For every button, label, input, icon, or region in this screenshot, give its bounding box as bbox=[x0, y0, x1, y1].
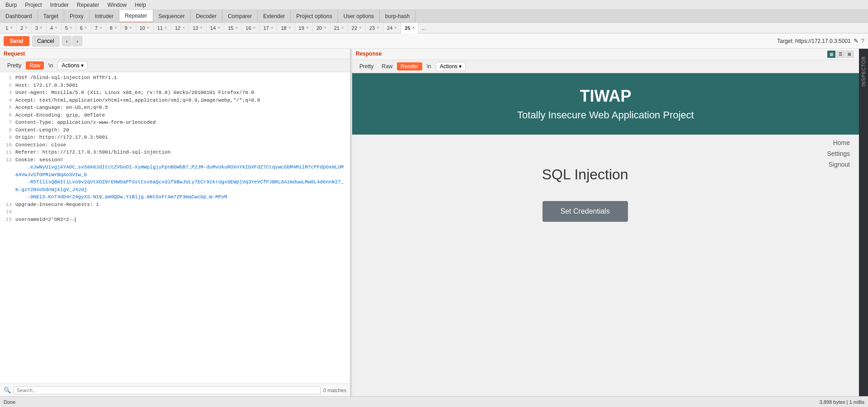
close-tab-11[interactable]: × bbox=[165, 25, 167, 30]
num-tab-25[interactable]: 25× bbox=[401, 23, 419, 33]
response-tab-render[interactable]: Render bbox=[397, 62, 422, 70]
num-tab-14[interactable]: 14× bbox=[207, 23, 224, 33]
close-tab-10[interactable]: × bbox=[147, 25, 150, 30]
num-tab-24[interactable]: 24× bbox=[383, 23, 401, 33]
close-tab-16[interactable]: × bbox=[253, 25, 256, 30]
tab-intruder[interactable]: Intruder bbox=[90, 10, 119, 23]
rendered-nav-home[interactable]: Home bbox=[833, 139, 850, 146]
cancel-button[interactable]: Cancel bbox=[32, 36, 59, 47]
num-tab-7[interactable]: 7× bbox=[91, 23, 106, 33]
close-tab-17[interactable]: × bbox=[271, 25, 274, 30]
response-actions-button[interactable]: Actions ▾ bbox=[436, 62, 466, 71]
close-tab-18[interactable]: × bbox=[288, 25, 291, 30]
rendered-nav-signout[interactable]: Signout bbox=[829, 161, 850, 168]
num-tab-21[interactable]: 21× bbox=[330, 23, 348, 33]
set-credentials-button[interactable]: Set Credentials bbox=[542, 201, 628, 222]
request-actions-button[interactable]: Actions ▾ bbox=[57, 61, 87, 70]
view-toggle-grid[interactable]: ⊞ bbox=[845, 51, 854, 58]
close-tab-8[interactable]: × bbox=[114, 25, 117, 30]
close-tab-7[interactable]: × bbox=[99, 25, 102, 30]
prev-request-button[interactable]: ‹ bbox=[62, 36, 72, 46]
num-tab-5[interactable]: 5× bbox=[61, 23, 76, 33]
help-icon[interactable]: ? bbox=[861, 37, 864, 44]
tab-burp-hash[interactable]: burp-hash bbox=[380, 10, 415, 23]
rendered-nav-settings[interactable]: Settings bbox=[827, 150, 850, 157]
num-tab-17[interactable]: 17× bbox=[259, 23, 277, 33]
tab-dashboard[interactable]: Dashboard bbox=[0, 10, 38, 23]
tab-sequencer[interactable]: Sequencer bbox=[153, 10, 191, 23]
more-tabs-button[interactable]: ... bbox=[419, 24, 429, 32]
line-number: 11 bbox=[4, 149, 12, 156]
menu-help[interactable]: Help bbox=[131, 1, 150, 9]
request-line: 10Connection: close bbox=[4, 141, 346, 149]
close-tab-19[interactable]: × bbox=[306, 25, 309, 30]
close-tab-13[interactable]: × bbox=[200, 25, 203, 30]
close-tab-9[interactable]: × bbox=[129, 25, 132, 30]
request-line: 14 bbox=[4, 208, 346, 216]
close-tab-4[interactable]: × bbox=[55, 25, 57, 30]
tab-comparer[interactable]: Comparer bbox=[222, 10, 258, 23]
menu-burp[interactable]: Burp bbox=[2, 1, 20, 9]
line-text: -9NEiS-KnT4dD4r24gyXS-NI9_am9QDw.YiBijg.… bbox=[15, 193, 346, 201]
num-tab-8[interactable]: 8× bbox=[106, 23, 121, 33]
num-tab-2[interactable]: 2× bbox=[17, 23, 32, 33]
response-tab-raw[interactable]: Raw bbox=[378, 62, 396, 70]
response-tab-pretty[interactable]: Pretty bbox=[356, 62, 377, 70]
close-tab-24[interactable]: × bbox=[394, 25, 397, 30]
num-tab-3[interactable]: 3× bbox=[32, 23, 47, 33]
view-toggle-list[interactable]: ☰ bbox=[836, 51, 844, 58]
menu-repeater[interactable]: Repeater bbox=[73, 1, 103, 9]
line-text: -R5TlllsQBmIt1Lvo9v2qVtXOZ9rEHWOaPfSstCs… bbox=[15, 178, 346, 193]
num-tab-1[interactable]: 1× bbox=[2, 23, 17, 33]
close-tab-1[interactable]: × bbox=[10, 25, 13, 30]
response-tab-newline[interactable]: \n bbox=[423, 62, 435, 70]
num-tab-19[interactable]: 19× bbox=[295, 23, 313, 33]
edit-target-icon[interactable]: ✎ bbox=[854, 37, 859, 44]
menu-window[interactable]: Window bbox=[104, 1, 130, 9]
line-text: Accept: text/html,application/xhtml+xml,… bbox=[15, 97, 346, 104]
close-tab-25[interactable]: × bbox=[412, 25, 415, 30]
request-actions-label: Actions bbox=[61, 62, 79, 69]
num-tab-10[interactable]: 10× bbox=[136, 23, 154, 33]
close-tab-3[interactable]: × bbox=[40, 25, 42, 30]
close-tab-2[interactable]: × bbox=[25, 25, 28, 30]
request-tab-newline[interactable]: \n bbox=[45, 61, 57, 70]
close-tab-23[interactable]: × bbox=[377, 25, 379, 30]
tab-decoder[interactable]: Decoder bbox=[191, 10, 222, 23]
close-tab-12[interactable]: × bbox=[182, 25, 185, 30]
num-tab-9[interactable]: 9× bbox=[121, 23, 136, 33]
menu-intruder[interactable]: Intruder bbox=[47, 1, 72, 9]
num-tab-23[interactable]: 23× bbox=[366, 23, 383, 33]
tab-project-options[interactable]: Project options bbox=[291, 10, 338, 23]
num-tab-12[interactable]: 12× bbox=[171, 23, 189, 33]
close-tab-21[interactable]: × bbox=[341, 25, 344, 30]
num-tab-15[interactable]: 15× bbox=[224, 23, 242, 33]
num-tab-22[interactable]: 22× bbox=[348, 23, 366, 33]
tab-repeater[interactable]: Repeater bbox=[119, 10, 153, 23]
close-tab-22[interactable]: × bbox=[359, 25, 362, 30]
tab-target[interactable]: Target bbox=[38, 10, 64, 23]
request-content[interactable]: 1POST /blind-sql-injection HTTP/1.12Host… bbox=[0, 72, 350, 384]
num-tab-13[interactable]: 13× bbox=[189, 23, 207, 33]
num-tab-20[interactable]: 20× bbox=[313, 23, 330, 33]
search-input[interactable] bbox=[14, 386, 321, 394]
num-tab-6[interactable]: 6× bbox=[76, 23, 91, 33]
num-tab-11[interactable]: 11× bbox=[154, 23, 171, 33]
request-tab-pretty[interactable]: Pretty bbox=[4, 61, 25, 70]
close-tab-14[interactable]: × bbox=[217, 25, 220, 30]
tab-extender[interactable]: Extender bbox=[258, 10, 291, 23]
close-tab-20[interactable]: × bbox=[324, 25, 326, 30]
tab-user-options[interactable]: User options bbox=[338, 10, 380, 23]
close-tab-6[interactable]: × bbox=[85, 25, 87, 30]
close-tab-5[interactable]: × bbox=[70, 25, 72, 30]
num-tab-16[interactable]: 16× bbox=[242, 23, 259, 33]
request-tab-raw[interactable]: Raw bbox=[26, 61, 44, 70]
view-toggle-split[interactable]: ▦ bbox=[827, 51, 835, 58]
num-tab-4[interactable]: 4× bbox=[47, 23, 61, 33]
tab-proxy[interactable]: Proxy bbox=[64, 10, 90, 23]
close-tab-15[interactable]: × bbox=[235, 25, 238, 30]
menu-project[interactable]: Project bbox=[21, 1, 45, 9]
next-request-button[interactable]: › bbox=[72, 36, 82, 46]
num-tab-18[interactable]: 18× bbox=[277, 23, 295, 33]
send-button[interactable]: Send bbox=[4, 36, 29, 46]
